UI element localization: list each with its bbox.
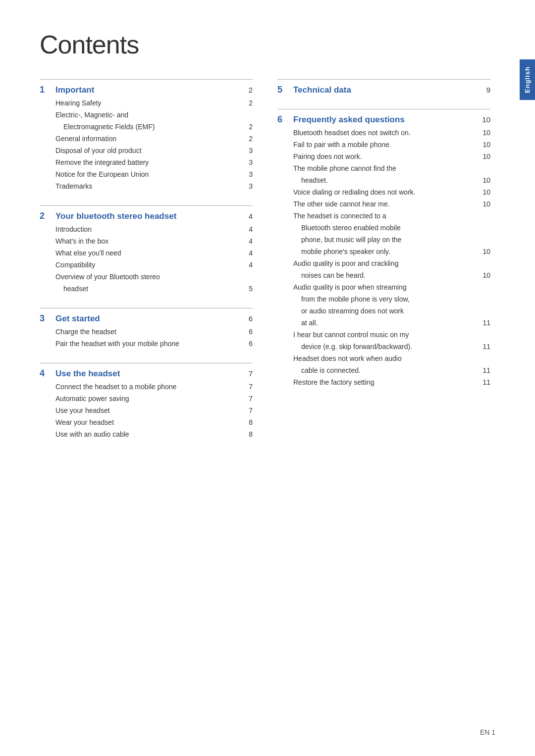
toc-item-text: General information: [55, 134, 240, 144]
section-header: 2Your bluetooth stereo headset4: [40, 211, 253, 221]
toc-item-page: 11: [482, 343, 490, 351]
toc-item: Restore the factory setting11: [293, 377, 490, 388]
toc-item: Electric-, Magnetic- and: [55, 110, 253, 120]
toc-item-text: Audio quality is poor when streaming: [293, 282, 478, 293]
toc-item-page: 11: [482, 366, 490, 374]
toc-item-page: 2: [244, 99, 253, 107]
toc-item: Electromagnetic Fields (EMF)2: [55, 122, 253, 132]
toc-item-text: The other side cannot hear me.: [293, 199, 478, 209]
toc-item-text: Charge the headset: [55, 327, 240, 337]
section-divider: [40, 79, 253, 80]
toc-item-text: Pairing does not work.: [293, 151, 478, 162]
toc-items: Bluetooth headset does not switch on.10F…: [277, 128, 490, 388]
toc-item: The other side cannot hear me.10: [293, 199, 490, 209]
toc-item: mobile phone's speaker only.10: [293, 247, 490, 257]
toc-item-text: Restore the factory setting: [293, 377, 478, 388]
section-title: Your bluetooth stereo headset: [55, 211, 249, 221]
section-divider: [40, 205, 253, 206]
toc-item-text: Audio quality is poor and crackling: [293, 258, 478, 269]
toc-item-text: Bluetooth headset does not switch on.: [293, 128, 478, 138]
toc-item-text: Fail to pair with a mobile phone.: [293, 140, 478, 150]
toc-item: phone, but music will play on the: [293, 235, 490, 245]
right-column: 5Technical data96Frequently asked questi…: [277, 79, 495, 454]
toc-item-page: 10: [482, 129, 490, 137]
toc-item: Wear your headset8: [55, 417, 253, 428]
section-title: Technical data: [293, 85, 486, 95]
section-divider: [277, 109, 490, 109]
toc-item-text: Electromagnetic Fields (EMF): [55, 122, 240, 132]
section-divider: [40, 308, 253, 308]
toc-item-page: 10: [482, 200, 490, 208]
toc-item: Automatic power saving7: [55, 394, 253, 404]
toc-item-text: Introduction: [55, 224, 240, 235]
section-title: Get started: [55, 314, 249, 324]
toc-item-page: 10: [482, 141, 490, 149]
toc-item-text: from the mobile phone is very slow,: [293, 294, 478, 304]
toc-item-page: 3: [244, 182, 253, 190]
toc-item-text: device (e.g. skip forward/backward).: [293, 342, 478, 352]
toc-item-page: 11: [482, 319, 490, 327]
toc-item-text: Pair the headset with your mobile phone: [55, 339, 240, 349]
toc-item: Pair the headset with your mobile phone6: [55, 339, 253, 349]
section-number: 1: [40, 85, 52, 95]
toc-item: cable is connected.11: [293, 365, 490, 376]
toc-item-page: 7: [244, 383, 253, 391]
toc-item: Audio quality is poor when streaming: [293, 282, 490, 293]
page-title: Contents: [40, 30, 495, 59]
side-tab: English: [520, 59, 535, 100]
toc-item-page: 7: [244, 406, 253, 414]
toc-item-page: 4: [244, 237, 253, 245]
toc-item-text: What else you'll need: [55, 248, 240, 258]
toc-item-page: 5: [244, 285, 253, 293]
toc-item: Audio quality is poor and crackling: [293, 258, 490, 269]
toc-item-text: Trademarks: [55, 181, 240, 192]
section-page: 10: [482, 115, 490, 124]
toc-item-text: The mobile phone cannot find the: [293, 163, 478, 174]
toc-item: I hear but cannot control music on my: [293, 330, 490, 340]
toc-items: Charge the headset6Pair the headset with…: [40, 327, 253, 349]
section-page: 6: [249, 314, 253, 323]
toc-items: Hearing Safety2Electric-, Magnetic- andE…: [40, 98, 253, 192]
section-number: 5: [277, 85, 289, 95]
toc-item-text: cable is connected.: [293, 365, 478, 376]
toc-section-5: 5Technical data9: [277, 79, 490, 95]
toc-item-text: Hearing Safety: [55, 98, 240, 108]
toc-item: or audio streaming does not work: [293, 306, 490, 316]
section-title: Important: [55, 85, 249, 95]
toc-item: Introduction4: [55, 224, 253, 235]
section-header: 4Use the headset7: [40, 368, 253, 379]
toc-item-text: Compatibility: [55, 260, 240, 270]
toc-section-4: 4Use the headset7Connect the headset to …: [40, 363, 253, 440]
toc-item: Overview of your Bluetooth stereo: [55, 272, 253, 282]
toc-item: Disposal of your old product3: [55, 146, 253, 156]
toc-item: noises can be heard.10: [293, 270, 490, 281]
toc-item-page: 6: [244, 328, 253, 336]
toc-item-text: The headset is connected to a: [293, 211, 478, 221]
toc-section-2: 2Your bluetooth stereo headset4Introduct…: [40, 205, 253, 294]
toc-item-text: mobile phone's speaker only.: [293, 247, 478, 257]
toc-item-page: 10: [482, 176, 490, 184]
toc-item-page: 10: [482, 188, 490, 196]
toc-item: Connect the headset to a mobile phone7: [55, 382, 253, 392]
toc-item: Headset does not work when audio: [293, 353, 490, 364]
toc-item: at all.11: [293, 318, 490, 328]
toc-item-page: 10: [482, 248, 490, 255]
toc-items: Introduction4What's in the box4What else…: [40, 224, 253, 294]
toc-section-1: 1Important2Hearing Safety2Electric-, Mag…: [40, 79, 253, 192]
page-container: English Contents 1Important2Hearing Safe…: [0, 0, 535, 756]
toc-item-page: 8: [244, 430, 253, 438]
toc-item: headset5: [55, 284, 253, 294]
toc-item-page: 10: [482, 152, 490, 160]
toc-item-text: Disposal of your old product: [55, 146, 240, 156]
toc-item-text: Use your headset: [55, 405, 240, 416]
toc-two-col: 1Important2Hearing Safety2Electric-, Mag…: [40, 79, 495, 454]
page-footer: EN 1: [480, 728, 495, 736]
toc-item: Bluetooth stereo enabled mobile: [293, 223, 490, 233]
toc-item: Bluetooth headset does not switch on.10: [293, 128, 490, 138]
toc-item-page: 10: [482, 271, 490, 279]
toc-item: Fail to pair with a mobile phone.10: [293, 140, 490, 150]
toc-item-text: What's in the box: [55, 236, 240, 247]
toc-item-page: 3: [244, 147, 253, 154]
section-divider: [277, 79, 490, 80]
section-title: Use the headset: [55, 369, 249, 379]
